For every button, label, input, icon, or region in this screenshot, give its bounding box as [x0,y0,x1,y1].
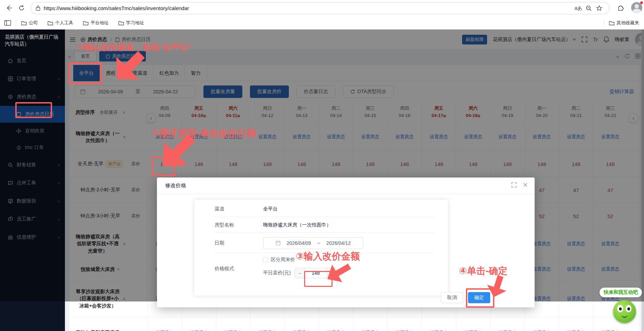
mascot-mouth [621,315,628,318]
calendar-icon [276,240,281,246]
price-decrement-button[interactable]: − [295,268,304,278]
favorite-star-icon[interactable] [594,5,604,11]
sidebar-toggle-icon[interactable] [4,20,11,26]
modal-close-icon[interactable] [523,182,528,188]
channel-field-label: 渠道 [215,206,263,212]
bookmark-label: 个人工具 [55,20,73,26]
set-room-status-link[interactable]: 设置房态 [567,330,585,331]
modal-date-tilde: ~ [317,240,320,246]
weekend-price-label: 区分周末价 [271,257,295,263]
row-label: 商旅如意影音双床房 [76,329,120,331]
lock-icon [36,6,40,11]
modify-price-modal: 修改价格 渠道 全平台 房型名称 嗨致静谧大床房（一次性面巾） 日期 2026/… [157,177,535,307]
zoom-out-icon[interactable] [584,5,594,11]
channel-field-value: 全平台 [263,206,278,212]
modal-date-to: 2026/04/12 [326,240,351,246]
set-room-status-link[interactable]: 设置房态 [601,330,619,331]
modal-form-card: 渠道 全平台 房型名称 嗨致静谧大床房（一次性面巾） 日期 2026/04/09… [194,200,448,296]
set-room-status-link[interactable]: 设置房态 [430,330,448,331]
bookmark-personal-tools[interactable]: 个人工具 [48,20,73,26]
modal-maximize-icon[interactable] [511,182,517,188]
set-room-status-link[interactable]: 设置房态 [327,330,345,331]
modal-header: 修改价格 [157,177,535,194]
set-room-status-link[interactable]: 设置房态 [395,330,413,331]
translate-icon[interactable]: aあ [573,5,584,11]
browser-url-bar[interactable]: https://www.hiiibooking.com/salesTmc/sal… [31,2,610,14]
set-room-status-link[interactable]: 设置房态 [293,330,311,331]
set-room-status-link[interactable]: 设置房态 [499,330,517,331]
browser-back-icon[interactable] [4,3,14,13]
bookmark-label: 其他收藏夹 [617,20,639,26]
browser-reload-icon[interactable] [17,3,26,13]
modal-date-range-input[interactable]: 2026/04/09 ~ 2026/04/12 [263,237,363,249]
divider [604,20,604,26]
bookmark-platform-address[interactable]: 平台地址 [83,20,109,26]
mascot-bubble[interactable]: 快来和我互动吧 [600,288,642,297]
modal-title: 修改价格 [165,182,186,189]
bookmark-label: 平台地址 [91,20,109,26]
set-room-status-link[interactable]: 设置房态 [464,330,482,331]
set-room-status-link[interactable]: 设置房态 [533,330,551,331]
bookmark-label: 公司 [29,20,38,26]
date-field-label: 日期 [215,240,263,246]
mascot-eye [626,305,632,312]
room-type-field-value: 嗨致静谧大床房（一次性面巾） [263,222,331,228]
set-room-status-link[interactable]: 设置房态 [190,330,208,331]
mascot-avatar[interactable] [613,300,636,323]
browser-chrome: https://www.hiiibooking.com/salesTmc/sal… [0,0,644,30]
room-type-field-label: 房型名称 [215,222,263,228]
modal-date-from: 2026/04/09 [287,240,311,246]
weekend-price-checkbox[interactable]: 区分周末价 [263,257,336,263]
set-room-status-link[interactable]: 设置房态 [156,330,174,331]
price-mode-label: 价格模式 [215,257,263,272]
set-room-status-link[interactable]: 设置房态 [361,330,379,331]
bookmarks-bar: 公司 个人工具 平台地址 学习地址 其他收藏夹 [0,16,644,30]
bookmark-other-favorites[interactable]: 其他收藏夹 [609,20,639,26]
set-room-status-link[interactable]: 设置房态 [224,330,242,331]
bookmark-learning-address[interactable]: 学习地址 [118,20,144,26]
cancel-button[interactable]: 取消 [441,292,463,303]
set-room-status-link[interactable]: 设置房态 [258,330,276,331]
browser-extensions-icon[interactable] [616,3,626,13]
weekday-price-label: 平日卖价(元) [263,270,291,276]
mascot-eye [617,305,623,312]
divider [16,20,16,26]
modal-footer: 取消 确定 [441,292,490,303]
checkbox-icon[interactable] [263,257,268,262]
url-text: https://www.hiiibooking.com/salesTmc/sal… [44,5,573,11]
bookmark-company[interactable]: 公司 [21,20,38,26]
room-type-row: 商旅如意影音双床房∧设置房态设置房态设置房态设置房态设置房态设置房态设置房态设置… [69,317,639,331]
bookmark-label: 学习地址 [126,20,144,26]
profile-notification-dot [640,1,643,4]
